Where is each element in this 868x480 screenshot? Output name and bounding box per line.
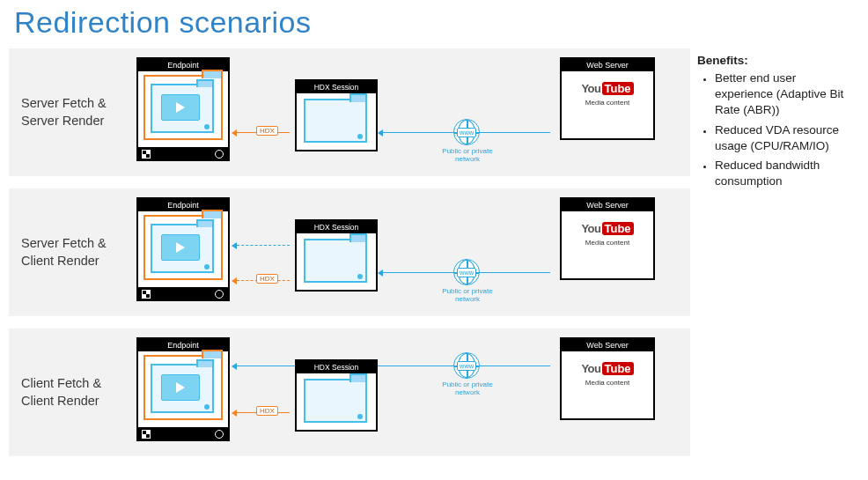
youtube-you: You xyxy=(581,222,600,235)
web-server-header: Web Server xyxy=(562,199,653,211)
hdx-badge: HDX xyxy=(256,406,278,416)
play-icon xyxy=(161,234,200,261)
scenario-label-line2: Server Render xyxy=(21,114,104,128)
benefits-list: Better end user experience (Adaptive Bit… xyxy=(697,70,852,190)
browser-window-icon xyxy=(143,355,223,420)
direct-network-arrow xyxy=(237,366,550,366)
network-caption: Public or private network xyxy=(432,148,503,164)
network-caption: Public or private network xyxy=(432,381,503,397)
web-server-header: Web Server xyxy=(562,59,653,71)
status-dot-icon xyxy=(204,124,210,129)
hdx-session-box: HDX Session xyxy=(295,79,378,151)
scenario-server-fetch-client-render: Server Fetch & Client Render Endpoint xyxy=(9,188,690,316)
youtube-you: You xyxy=(581,362,600,375)
scenario-server-fetch-server-render: Server Fetch & Server Render Endpoint xyxy=(9,48,690,176)
hdx-session-box: HDX Session xyxy=(295,359,378,432)
endpoint-footer-icon xyxy=(138,147,228,159)
scenario-label: Server Fetch & Server Render xyxy=(9,95,119,129)
youtube-tube: Tube xyxy=(602,82,634,95)
youtube-logo-icon: YouTube xyxy=(581,222,633,235)
endpoint-box: Endpoint xyxy=(136,197,230,301)
endpoint-box: Endpoint xyxy=(136,337,230,441)
hdx-session-header: HDX Session xyxy=(297,81,376,93)
endpoint-body xyxy=(138,351,228,439)
browser-content-icon xyxy=(151,364,214,413)
play-icon xyxy=(161,374,200,401)
web-server-body: YouTube Media content xyxy=(562,351,653,388)
hdx-session-header: HDX Session xyxy=(297,221,376,233)
endpoint-body xyxy=(138,71,228,159)
benefits-panel: Benefits: Better end user experience (Ad… xyxy=(690,48,857,194)
web-server-box: Web Server YouTube Media content xyxy=(560,57,655,140)
diagram-canvas: Endpoint www Public or xyxy=(119,329,690,456)
hdx-session-header: HDX Session xyxy=(297,361,376,373)
endpoint-footer-icon xyxy=(138,427,228,439)
dashed-return-arrow xyxy=(237,245,290,246)
hdx-badge: HDX xyxy=(256,126,278,136)
network-caption: Public or private network xyxy=(432,288,503,304)
scenario-label-line1: Server Fetch & xyxy=(21,96,107,110)
status-dot-icon xyxy=(204,264,210,270)
benefits-heading: Benefits: xyxy=(697,54,852,67)
hdx-browser-icon xyxy=(304,99,367,143)
media-content-caption: Media content xyxy=(562,100,653,107)
browser-window-icon xyxy=(143,215,223,280)
browser-content-icon xyxy=(151,224,214,273)
web-server-box: Web Server YouTube Media content xyxy=(560,337,655,420)
media-content-caption: Media content xyxy=(562,380,653,388)
web-server-box: Web Server YouTube Media content xyxy=(560,197,655,280)
hdx-browser-icon xyxy=(304,379,367,423)
youtube-logo-icon: YouTube xyxy=(581,82,633,95)
hdx-browser-icon xyxy=(304,239,367,283)
www-label: www xyxy=(457,361,476,371)
benefit-item: Better end user experience (Adaptive Bit… xyxy=(715,70,852,119)
www-label: www xyxy=(457,268,476,277)
endpoint-footer-icon xyxy=(138,287,228,299)
benefit-item: Reduced bandwidth consumption xyxy=(715,158,852,189)
youtube-tube: Tube xyxy=(602,222,634,235)
hdx-badge: HDX xyxy=(256,274,278,284)
media-content-caption: Media content xyxy=(562,240,653,247)
scenario-label: Server Fetch & Client Render xyxy=(9,235,119,270)
diagrams-column: Server Fetch & Server Render Endpoint xyxy=(0,48,690,469)
status-dot-icon xyxy=(204,404,210,410)
scenario-label-line2: Client Render xyxy=(21,394,99,408)
browser-content-icon xyxy=(151,84,214,133)
diagram-canvas: Endpoint HDX xyxy=(119,48,690,176)
diagram-canvas: Endpoint HDX xyxy=(119,188,690,316)
www-label: www xyxy=(457,128,476,137)
scenario-label: Client Fetch & Client Render xyxy=(9,375,119,410)
web-server-header: Web Server xyxy=(562,339,653,351)
scenario-label-line1: Server Fetch & xyxy=(21,236,107,250)
scenario-label-line2: Client Render xyxy=(21,254,99,268)
main-layout: Server Fetch & Server Render Endpoint xyxy=(0,48,868,469)
browser-window-icon xyxy=(143,75,223,140)
page-title: Redirection scenarios xyxy=(14,5,868,40)
youtube-you: You xyxy=(581,82,600,95)
play-icon xyxy=(161,94,200,121)
scenario-client-fetch-client-render: Client Fetch & Client Render Endpoint xyxy=(9,329,690,456)
web-server-body: YouTube Media content xyxy=(562,71,653,107)
youtube-tube: Tube xyxy=(602,362,634,375)
youtube-logo-icon: YouTube xyxy=(581,362,633,375)
endpoint-body xyxy=(138,211,228,299)
web-server-body: YouTube Media content xyxy=(562,211,653,247)
endpoint-box: Endpoint xyxy=(136,57,230,161)
hdx-session-box: HDX Session xyxy=(295,219,378,292)
benefit-item: Reduced VDA resource usage (CPU/RAM/IO) xyxy=(715,122,852,154)
scenario-label-line1: Client Fetch & xyxy=(21,376,101,390)
